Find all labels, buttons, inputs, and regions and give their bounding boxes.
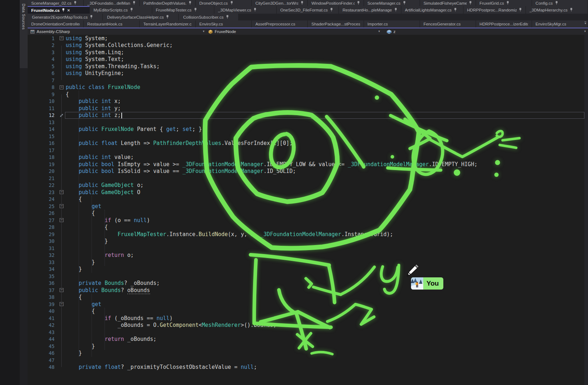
pin-icon[interactable] — [253, 8, 257, 12]
tab-FruxelNode.cs[interactable]: FruxelNode.cs× — [28, 6, 90, 14]
pin-icon[interactable] — [454, 8, 457, 12]
code-line-8[interactable]: 8−public class FruxelNode — [28, 84, 588, 91]
fold-collapse-icon[interactable]: − — [60, 36, 64, 40]
tab-_3DFoundatio...delManager.cs[interactable]: _3DFoundatio...delManager.cs — [84, 0, 140, 6]
tab-AssetPreprocessor.cs[interactable]: AssetPreprocessor.cs — [252, 20, 308, 28]
code-line-26[interactable]: 26 { — [28, 210, 588, 217]
tab-FruxelGrid.cs[interactable]: FruxelGrid.cs — [476, 0, 532, 6]
tool-window-tab-data-sources[interactable]: Data Sources — [20, 0, 28, 68]
pin-icon[interactable] — [357, 1, 360, 5]
pin-icon[interactable] — [130, 8, 133, 12]
code-line-47[interactable]: 47 — [28, 357, 588, 364]
code-line-22[interactable]: 22 public GameObject o; — [28, 182, 588, 189]
fold-collapse-icon[interactable]: − — [60, 85, 64, 89]
chevron-down-icon[interactable]: ▾ — [378, 29, 380, 33]
code-line-1[interactable]: 1−using System; — [28, 35, 588, 42]
fold-collapse-icon[interactable]: − — [60, 218, 64, 222]
code-line-14[interactable]: 14 public FruxelNode Parent { get; set; … — [28, 126, 588, 133]
code-line-16[interactable]: 16 public float Length => PathfinderDept… — [28, 140, 588, 147]
tab-DroneObject.cs[interactable]: DroneObject.cs — [196, 0, 252, 6]
pin-icon[interactable] — [226, 15, 229, 19]
chevron-down-icon[interactable]: ▾ — [584, 29, 586, 33]
pin-icon[interactable] — [469, 1, 472, 5]
code-line-7[interactable]: 7 — [28, 77, 588, 84]
code-line-10[interactable]: 10 public int x; — [28, 98, 588, 105]
code-line-5[interactable]: 5using System.Threading.Tasks; — [28, 63, 588, 70]
pin-icon[interactable] — [132, 1, 136, 5]
pin-icon[interactable] — [330, 8, 333, 12]
tab-SceneManager.cs[interactable]: SceneManager.cs — [364, 0, 420, 6]
tab-RestaurantHo...pleManager.cs[interactable]: RestaurantHo...pleManager.cs — [339, 6, 401, 14]
code-editor[interactable]: 1−using System;2using System.Collections… — [28, 35, 588, 385]
tab-ArtificialLightsManager.cs[interactable]: ArtificialLightsManager.cs — [401, 6, 463, 14]
pin-icon[interactable] — [74, 1, 77, 5]
code-line-20[interactable]: 20 public bool IsSolid => value == _3DFo… — [28, 168, 588, 175]
code-line-29[interactable]: 29 FruxelMapTester.Instance.BuildNode(x,… — [28, 231, 588, 238]
tab-DeliverySurfaceClassHelper.cs[interactable]: DeliverySurfaceClassHelper.cs — [103, 14, 179, 20]
code-line-18[interactable]: 18 public int value; — [28, 154, 588, 161]
pin-icon[interactable] — [230, 1, 233, 5]
pin-icon[interactable] — [62, 8, 65, 12]
tab-CollisionSubscriber.cs[interactable]: CollisionSubscriber.cs — [179, 14, 239, 20]
code-line-48[interactable]: 48 private float? _proximityToClosestObs… — [28, 364, 588, 371]
code-line-35[interactable]: 35 — [28, 273, 588, 280]
member-dropdown[interactable]: z — [387, 28, 396, 35]
fold-collapse-icon[interactable]: − — [60, 204, 64, 208]
tab-Importer.cs[interactable]: Importer.cs — [364, 20, 420, 28]
pin-icon[interactable] — [300, 1, 304, 5]
pin-icon[interactable] — [403, 1, 406, 5]
code-line-40[interactable]: 40 { — [28, 308, 588, 315]
pin-icon[interactable] — [506, 1, 509, 5]
tab-MyEditorScripts.cs[interactable]: MyEditorScripts.cs — [90, 6, 152, 14]
code-line-6[interactable]: 6using UnityEngine; — [28, 70, 588, 77]
tab-HDRPPostproce...izerEditor.cs[interactable]: HDRPPostproce...izerEditor.cs — [476, 20, 532, 28]
tab-Config.cs[interactable]: Config.cs — [532, 0, 588, 6]
tab-OneSec3D_FileFormat.cs[interactable]: OneSec3D_FileFormat.cs — [277, 6, 339, 14]
code-line-19[interactable]: 19 public bool IsEmpty => value >= _3DFo… — [28, 161, 588, 168]
pin-icon[interactable] — [519, 8, 522, 12]
code-line-24[interactable]: 24 { — [28, 196, 588, 203]
code-line-30[interactable]: 30 } — [28, 238, 588, 245]
code-line-39[interactable]: 39− get — [28, 301, 588, 308]
chevron-down-icon[interactable]: ▾ — [203, 29, 205, 33]
tab-FruxelMapTester.cs[interactable]: FruxelMapTester.cs — [152, 6, 214, 14]
tab-HDRPPostproc...Randomizer.cs[interactable]: HDRPPostproc...Randomizer.cs — [463, 6, 526, 14]
tab-SceneManager_02.cs[interactable]: SceneManager_02.cs — [28, 0, 84, 6]
code-line-11[interactable]: 11 public int y; — [28, 105, 588, 112]
tab-FencesGenerator.cs[interactable]: FencesGenerator.cs — [420, 20, 476, 28]
code-line-2[interactable]: 2using System.Collections.Generic; — [28, 42, 588, 49]
tab-RestaurantHook.cs[interactable]: RestaurantHook.cs — [84, 20, 140, 28]
code-line-38[interactable]: 38 { — [28, 294, 588, 301]
fold-collapse-icon[interactable]: − — [60, 190, 64, 194]
pin-icon[interactable] — [166, 15, 169, 19]
code-line-28[interactable]: 28 { — [28, 224, 588, 231]
tab-EnviroSkyMgr.cs[interactable]: EnviroSkyMgr.cs — [532, 20, 588, 28]
code-line-21[interactable]: 21 — [28, 175, 588, 182]
tab-EnviroSky.cs[interactable]: EnviroSky.cs — [196, 20, 252, 28]
tab-CityGen3DGen...torWrapper.cs[interactable]: CityGen3DGen...torWrapper.cs — [252, 0, 308, 6]
type-dropdown[interactable]: FruxelNode — [208, 28, 236, 35]
pin-icon[interactable] — [570, 8, 573, 12]
project-dropdown[interactable]: Assembly-CSharp — [30, 28, 70, 35]
tab-SimulatedFisheyeCamera.cs[interactable]: SimulatedFisheyeCamera.cs — [420, 0, 476, 6]
code-line-3[interactable]: 3using System.Linq; — [28, 49, 588, 56]
tab-_3DMapViewer.cs[interactable]: _3DMapViewer.cs — [214, 6, 276, 14]
tab-ShaderPackage...stProcessor.cs[interactable]: ShaderPackage...stProcessor.cs — [308, 20, 364, 28]
code-line-17[interactable]: 17 — [28, 147, 588, 154]
code-line-34[interactable]: 34 } — [28, 266, 588, 273]
close-icon[interactable]: × — [67, 8, 70, 13]
pin-icon[interactable] — [555, 1, 558, 5]
code-line-41[interactable]: 41 if (_oBounds == null) — [28, 315, 588, 322]
code-line-42[interactable]: 42 _oBounds = O.GetComponent<MeshRendere… — [28, 322, 588, 329]
code-line-25[interactable]: 25− get — [28, 203, 588, 210]
pin-icon[interactable] — [194, 8, 197, 12]
tab-overflow-button[interactable]: ▾ — [584, 22, 586, 25]
code-line-43[interactable]: 43 — [28, 329, 588, 336]
code-line-46[interactable]: 46 } — [28, 350, 588, 357]
pin-icon[interactable] — [188, 1, 192, 5]
code-line-23[interactable]: 23− public GameObject O — [28, 189, 588, 196]
code-line-12[interactable]: 12 public int z; — [28, 112, 588, 119]
fold-collapse-icon[interactable]: − — [60, 302, 64, 306]
code-line-44[interactable]: 44 return _oBounds; — [28, 336, 588, 343]
tab-DroneOrientationController.cs[interactable]: DroneOrientationController.cs — [28, 20, 84, 28]
